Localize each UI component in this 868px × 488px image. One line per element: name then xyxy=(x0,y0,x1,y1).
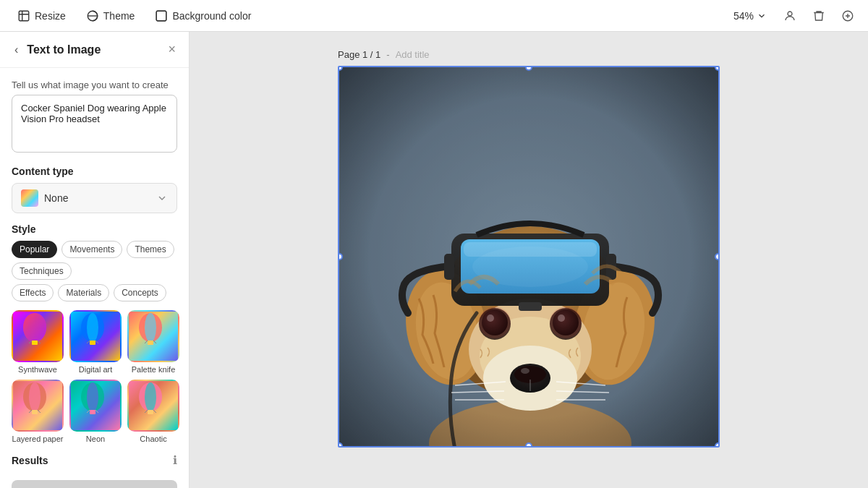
style-label-neon: Neon xyxy=(86,435,105,443)
user-icon-button[interactable] xyxy=(778,4,801,27)
svg-rect-33 xyxy=(148,410,153,414)
background-color-icon xyxy=(155,9,168,22)
svg-point-4 xyxy=(788,12,792,16)
add-icon xyxy=(841,9,854,22)
style-thumb-chaotic xyxy=(127,380,179,432)
page-separator: - xyxy=(386,49,389,60)
style-label-layered-paper: Layered paper xyxy=(12,435,64,443)
svg-line-24 xyxy=(29,410,32,413)
style-label-digital-art: Digital art xyxy=(79,365,112,374)
content-type-dropdown[interactable]: None xyxy=(12,183,177,213)
svg-point-12 xyxy=(87,313,98,342)
dropdown-chevron-icon xyxy=(156,192,168,204)
resize-button[interactable]: Resize xyxy=(9,5,75,27)
style-item-neon[interactable]: Neon xyxy=(69,380,122,443)
svg-rect-13 xyxy=(90,341,95,345)
svg-rect-18 xyxy=(148,341,153,345)
theme-button[interactable]: Theme xyxy=(77,5,144,27)
svg-point-22 xyxy=(29,382,41,411)
svg-rect-28 xyxy=(90,410,95,414)
panel-body: Tell us what image you want to create Co… xyxy=(0,68,189,488)
filter-concepts[interactable]: Concepts xyxy=(114,284,166,301)
style-item-palette-knife[interactable]: Palette knife xyxy=(127,310,179,374)
back-button[interactable]: ‹ xyxy=(12,43,21,56)
style-item-digital-art[interactable]: Digital art xyxy=(69,310,122,374)
style-item-synthwave[interactable]: Synthwave xyxy=(12,310,64,374)
style-label-synthwave: Synthwave xyxy=(18,365,57,374)
corner-handle-mr[interactable] xyxy=(715,253,720,260)
main-layout: ‹ Text to Image × Tell us what image you… xyxy=(0,32,868,488)
svg-line-35 xyxy=(153,410,156,413)
canvas-area: Page 1 / 1 - Add title xyxy=(190,32,868,488)
user-icon xyxy=(783,9,796,22)
svg-point-27 xyxy=(87,382,98,411)
background-color-label: Background color xyxy=(172,10,251,22)
generate-button[interactable]: Generate xyxy=(12,480,177,488)
svg-line-25 xyxy=(38,410,41,413)
filter-techniques[interactable]: Techniques xyxy=(12,262,72,280)
svg-line-20 xyxy=(153,341,156,343)
filter-effects[interactable]: Effects xyxy=(12,284,54,301)
svg-rect-2 xyxy=(157,11,167,21)
style-label-palette-knife: Palette knife xyxy=(132,365,176,374)
style-label-chaotic: Chaotic xyxy=(140,435,166,443)
toolbar: Resize Theme Background color 54% xyxy=(0,0,868,32)
resize-icon xyxy=(17,9,30,22)
corner-handle-tr[interactable] xyxy=(715,66,720,71)
zoom-chevron-icon xyxy=(757,11,767,21)
style-thumb-palette-knife xyxy=(127,310,179,362)
prompt-section: Tell us what image you want to create Co… xyxy=(12,80,177,155)
style-thumb-synthwave xyxy=(12,310,64,362)
left-panel: ‹ Text to Image × Tell us what image you… xyxy=(0,32,190,488)
delete-button[interactable] xyxy=(807,4,830,27)
add-page-button[interactable] xyxy=(836,4,859,27)
page-header: Page 1 / 1 - Add title xyxy=(338,49,720,60)
svg-line-14 xyxy=(87,341,90,343)
svg-line-34 xyxy=(145,410,148,413)
theme-icon xyxy=(86,9,99,22)
svg-line-30 xyxy=(95,410,98,413)
style-item-chaotic[interactable]: Chaotic xyxy=(127,380,179,443)
dog-vr-image xyxy=(339,67,720,448)
svg-line-19 xyxy=(145,341,148,343)
zoom-level: 54% xyxy=(733,10,754,22)
style-filter-row-2: Effects Materials Concepts xyxy=(12,284,177,301)
toolbar-left: Resize Theme Background color xyxy=(9,5,268,27)
filter-movements[interactable]: Movements xyxy=(61,241,122,258)
corner-handle-br[interactable] xyxy=(715,442,720,448)
background-color-button[interactable]: Background color xyxy=(146,5,260,27)
prompt-section-label: Tell us what image you want to create xyxy=(12,80,177,90)
style-title: Style xyxy=(12,223,177,235)
panel-header: ‹ Text to Image × xyxy=(0,32,189,68)
prompt-textarea[interactable]: Cocker Spaniel Dog wearing Apple Vision … xyxy=(12,95,177,153)
trash-icon xyxy=(812,9,825,22)
close-button[interactable]: × xyxy=(166,42,177,57)
style-thumb-layered-paper xyxy=(12,380,64,432)
content-type-section: Content type None xyxy=(12,166,177,213)
canvas-frame xyxy=(338,66,720,448)
filter-materials[interactable]: Materials xyxy=(58,284,109,301)
svg-line-15 xyxy=(95,341,98,343)
filter-themes[interactable]: Themes xyxy=(127,241,174,258)
style-item-layered-paper[interactable]: Layered paper xyxy=(12,380,64,443)
results-section: Results ℹ xyxy=(12,453,177,467)
info-icon[interactable]: ℹ xyxy=(173,453,177,467)
page-number: Page 1 / 1 xyxy=(338,49,380,60)
style-thumb-neon xyxy=(69,380,122,432)
svg-rect-23 xyxy=(32,410,38,414)
content-type-value: None xyxy=(44,192,68,204)
corner-handle-bl[interactable] xyxy=(338,442,343,448)
panel-title: Text to Image xyxy=(27,43,161,56)
svg-rect-0 xyxy=(19,11,29,21)
corner-handle-bm[interactable] xyxy=(525,442,532,448)
zoom-control[interactable]: 54% xyxy=(728,7,773,25)
style-section: Style Popular Movements Themes Technique… xyxy=(12,223,177,443)
svg-line-29 xyxy=(87,410,90,413)
svg-rect-71 xyxy=(339,67,720,448)
svg-line-9 xyxy=(29,341,32,343)
svg-point-32 xyxy=(145,382,156,411)
content-type-left: None xyxy=(21,189,68,207)
svg-rect-8 xyxy=(32,341,38,345)
add-title[interactable]: Add title xyxy=(396,49,430,60)
filter-popular[interactable]: Popular xyxy=(12,241,57,258)
